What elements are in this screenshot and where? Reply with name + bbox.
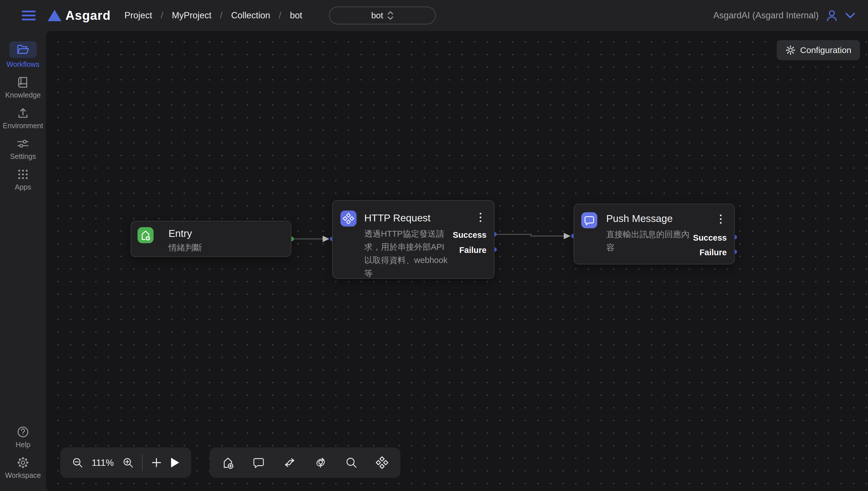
gear-icon <box>17 457 29 469</box>
swap-arrows-icon <box>283 456 296 469</box>
chevron-down-icon[interactable] <box>845 12 856 19</box>
breadcrumb: Project / MyProject / Collection / bot <box>125 10 302 21</box>
node-entry[interactable]: Entry 情緒判斷 <box>131 221 291 257</box>
add-switch-node-button[interactable] <box>283 456 296 469</box>
zoom-toolbar: 111% <box>60 447 191 478</box>
zoom-in-button[interactable] <box>122 457 134 468</box>
sidebar-item-label: Settings <box>10 152 36 161</box>
node-title: HTTP Request <box>364 212 431 224</box>
house-plus-icon <box>222 456 234 469</box>
node-title: Entry <box>168 228 192 239</box>
sidebar-item-help[interactable]: Help <box>16 426 30 449</box>
chat-bubble-icon <box>252 457 265 469</box>
edge-arrowhead <box>564 233 571 239</box>
configuration-label: Configuration <box>800 45 851 55</box>
sidebar-item-workspace[interactable]: Workspace <box>5 456 41 480</box>
chat-bubble-icon <box>581 212 597 228</box>
add-http-node-button[interactable] <box>376 456 388 469</box>
workflow-select[interactable]: bot <box>329 7 436 24</box>
port-label-failure: Failure <box>459 246 487 255</box>
search-button[interactable] <box>345 457 357 469</box>
add-entry-node-button[interactable] <box>222 456 234 469</box>
user-icon[interactable] <box>825 9 838 22</box>
sidebar-item-settings[interactable]: Settings <box>10 137 36 161</box>
asgard-logo-icon <box>48 10 61 21</box>
sidebar-item-knowledge[interactable]: Knowledge <box>5 76 41 99</box>
four-diamonds-icon <box>376 456 388 469</box>
help-circle-icon <box>17 426 29 438</box>
four-diamonds-icon <box>341 210 356 227</box>
node-push-message[interactable]: Push Message 直接輸出訊息的回應內容 Success Failure <box>573 204 735 264</box>
unfold-caret-icon <box>387 10 394 20</box>
sidebar-item-environment[interactable]: Environment <box>3 107 43 130</box>
apps-grid-icon <box>18 169 28 179</box>
top-bar: Asgard Project / MyProject / Collection … <box>0 0 868 31</box>
kebab-menu-icon[interactable] <box>479 212 483 223</box>
sidebar-item-apps[interactable]: Apps <box>15 168 31 191</box>
zoom-level[interactable]: 111% <box>91 457 114 468</box>
sliders-icon <box>17 139 29 149</box>
breadcrumb-myproject[interactable]: MyProject <box>172 10 212 21</box>
sidebar-item-label: Apps <box>15 183 31 191</box>
sidebar-item-label: Help <box>16 440 30 449</box>
search-icon <box>345 457 357 469</box>
gear-icon <box>785 45 796 55</box>
bulb-refresh-icon <box>314 456 327 469</box>
breadcrumb-bot[interactable]: bot <box>290 10 302 21</box>
book-icon <box>18 77 28 88</box>
workflow-canvas[interactable]: Configuration Entry 情緒判斷 <box>46 31 868 491</box>
sidebar: Workflows Knowledge Environment Settings <box>0 31 46 491</box>
configuration-button[interactable]: Configuration <box>777 40 860 60</box>
node-palette-toolbar <box>210 447 400 478</box>
sidebar-item-workflows[interactable]: Workflows <box>7 41 39 68</box>
sidebar-item-label: Environment <box>3 122 43 130</box>
add-message-node-button[interactable] <box>252 457 265 469</box>
hamburger-menu-icon[interactable] <box>22 10 35 20</box>
kebab-menu-icon[interactable] <box>719 213 723 225</box>
port-label-success: Success <box>453 230 487 240</box>
port-label-success: Success <box>693 233 727 242</box>
add-intent-node-button[interactable] <box>314 456 327 469</box>
sidebar-item-label: Workflows <box>7 60 39 68</box>
toolbar-divider <box>142 454 143 471</box>
folder-icon <box>17 45 29 55</box>
port-label-failure: Failure <box>700 248 727 257</box>
house-plus-icon <box>137 227 154 243</box>
breadcrumb-project[interactable]: Project <box>125 10 152 21</box>
sidebar-item-label: Knowledge <box>5 91 41 99</box>
zoom-out-button[interactable] <box>72 457 83 468</box>
add-node-button[interactable] <box>151 457 162 468</box>
upload-icon <box>17 107 29 119</box>
node-title: Push Message <box>606 213 673 224</box>
edge-http-success-to-push[interactable] <box>494 234 564 236</box>
breadcrumb-collection[interactable]: Collection <box>231 10 270 21</box>
node-description: 透過HTTP協定發送請求，用於串接外部API以取得資料、webhook等 <box>364 227 450 280</box>
sidebar-item-label: Workspace <box>5 471 41 480</box>
workflow-select-value: bot <box>371 10 383 20</box>
run-button[interactable] <box>170 457 180 468</box>
node-subtitle: 情緒判斷 <box>168 242 202 254</box>
edge-arrowhead <box>323 236 329 242</box>
node-description: 直接輸出訊息的回應內容 <box>606 228 695 254</box>
node-http-request[interactable]: HTTP Request 透過HTTP協定發送請求，用於串接外部API以取得資料… <box>332 200 494 279</box>
account-label: AsgardAI (Asgard Internal) <box>713 10 819 21</box>
brand-title: Asgard <box>65 8 111 23</box>
